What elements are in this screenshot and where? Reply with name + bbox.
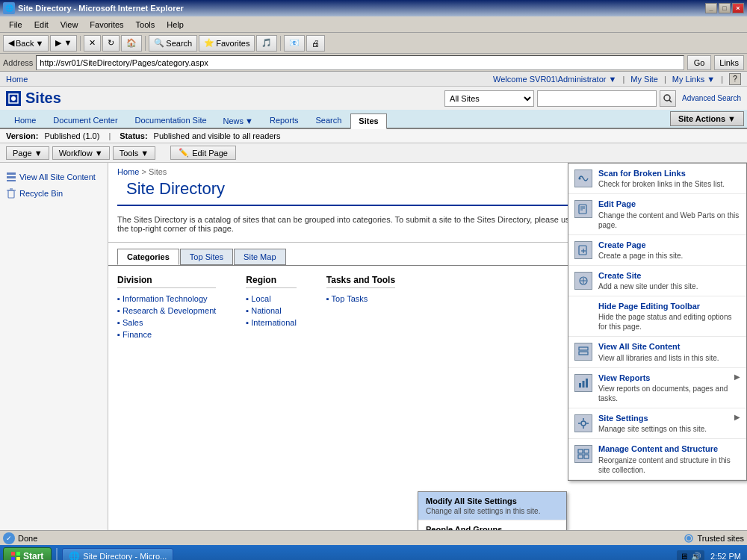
- media-button[interactable]: 🎵: [256, 35, 277, 52]
- svg-rect-31: [578, 449, 583, 453]
- stop-button[interactable]: ✕: [84, 35, 101, 52]
- sa-hide-toolbar[interactable]: Hide Page Editing Toolbar Hide the page …: [568, 296, 746, 337]
- tasks-list: Top Tasks: [326, 293, 395, 305]
- sp-top-bar: Home Welcome SVR01\Administrator ▼ | My …: [0, 72, 747, 87]
- menu-file[interactable]: File: [3, 19, 28, 31]
- sp-nav-news-dropdown[interactable]: News ▼: [216, 114, 261, 128]
- search-button[interactable]: 🔍 Search: [149, 35, 197, 52]
- taskbar-right: 🖥 🔊 2:52 PM: [677, 550, 744, 561]
- list-item[interactable]: International: [246, 317, 297, 329]
- sa-settings-desc: Manage site settings on this site.: [598, 424, 707, 434]
- taskbar-left: Start 🌐 Site Directory - Micro...: [3, 547, 173, 560]
- region-column: Region Local National International: [246, 275, 297, 340]
- list-item[interactable]: Top Tasks: [326, 293, 395, 305]
- sp-sidebar-view-all[interactable]: View All Site Content: [0, 169, 108, 185]
- sp-search-button[interactable]: [660, 90, 676, 107]
- trusted-sites-text: Trusted sites: [697, 534, 744, 543]
- favorites-button[interactable]: ⭐ Favorites: [199, 35, 255, 52]
- menu-help[interactable]: Help: [161, 19, 190, 31]
- list-item[interactable]: Research & Development: [117, 305, 216, 317]
- sp-sidebar-recycle-bin[interactable]: Recycle Bin: [0, 185, 108, 202]
- status-left: ✓ Done: [3, 532, 37, 544]
- sa-view-all-content[interactable]: View All Site Content View all libraries…: [568, 337, 746, 367]
- start-button[interactable]: Start: [3, 547, 52, 560]
- ms-people-groups[interactable]: People And Groups Manage the users and g…: [418, 520, 566, 530]
- go-button[interactable]: Go: [687, 55, 712, 70]
- breadcrumb-home[interactable]: Home: [117, 167, 139, 176]
- sa-view-all-title: View All Site Content: [598, 341, 740, 352]
- sp-my-site-link[interactable]: My Site: [630, 75, 658, 84]
- list-item[interactable]: Finance: [117, 329, 216, 340]
- toolbar-extra[interactable]: 📧: [284, 35, 305, 52]
- tools-dropdown-button[interactable]: Tools ▼: [113, 146, 156, 160]
- menu-favorites[interactable]: Favorites: [84, 19, 129, 31]
- menu-edit[interactable]: Edit: [28, 19, 55, 31]
- sp-home-link[interactable]: Home: [6, 75, 28, 84]
- list-item[interactable]: National: [246, 305, 297, 317]
- taskbar-ie-item[interactable]: 🌐 Site Directory - Micro...: [62, 548, 173, 560]
- list-item[interactable]: Sales: [117, 317, 216, 329]
- site-actions-button[interactable]: Site Actions ▼: [670, 111, 744, 126]
- sp-site-title-text: Sites: [25, 90, 61, 107]
- sa-manage-content[interactable]: Manage Content and Structure Reorganize …: [568, 439, 746, 479]
- edit-page-button[interactable]: ✏️ Edit Page: [170, 146, 236, 160]
- tab-top-sites[interactable]: Top Sites: [180, 249, 233, 265]
- tab-categories[interactable]: Categories: [117, 249, 179, 265]
- tasks-column: Tasks and Tools Top Tasks: [326, 275, 395, 340]
- browser-toolbar: ◀ Back ▼ ▶ ▼ ✕ ↻ 🏠 🔍 Search ⭐ Favorites …: [0, 33, 747, 54]
- manage-content-icon: [574, 445, 592, 463]
- workflow-dropdown-button[interactable]: Workflow ▼: [52, 146, 110, 160]
- sp-my-links-link[interactable]: My Links ▼: [672, 75, 715, 84]
- sp-nav-documentation-site[interactable]: Documentation Site: [127, 113, 215, 128]
- window-controls[interactable]: _ □ ×: [705, 3, 744, 13]
- sp-status-bar: Version: Published (1.0) | Status: Publi…: [0, 129, 747, 143]
- sa-site-settings[interactable]: Site Settings Manage site settings on th…: [568, 408, 746, 439]
- sa-create-page[interactable]: Create Page Create a page in this site.: [568, 235, 746, 266]
- tab-site-map[interactable]: Site Map: [234, 249, 285, 265]
- sp-welcome-link[interactable]: Welcome SVR01\Administrator ▼: [493, 75, 616, 84]
- sa-scan-links[interactable]: Scan for Broken Links Check for broken l…: [568, 164, 746, 194]
- page-dropdown-button[interactable]: Page ▼: [6, 146, 49, 160]
- sp-search-scope[interactable]: All Sites: [444, 90, 534, 107]
- sp-nav-home[interactable]: Home: [6, 113, 44, 128]
- sp-version-value: Published (1.0): [44, 131, 99, 140]
- hide-toolbar-icon: [574, 302, 592, 320]
- list-item[interactable]: Local: [246, 293, 297, 305]
- forward-button[interactable]: ▶ ▼: [50, 35, 77, 52]
- sp-advanced-search-link[interactable]: Advanced Search: [682, 94, 741, 102]
- sa-create-site[interactable]: Create Site Add a new site under this si…: [568, 266, 746, 296]
- status-icon: ✓: [3, 532, 15, 544]
- sa-edit-desc: Change the content and Web Parts on this…: [598, 211, 740, 230]
- links-button[interactable]: Links: [714, 55, 744, 70]
- close-button[interactable]: ×: [732, 3, 744, 13]
- ms-modify-all[interactable]: Modify All Site Settings Change all site…: [418, 492, 566, 520]
- minimize-button[interactable]: _: [705, 3, 717, 13]
- sa-view-reports[interactable]: View Reports View reports on documents, …: [568, 368, 746, 408]
- sp-nav-search[interactable]: Search: [308, 113, 350, 128]
- site-actions-dropdown: Scan for Broken Links Check for broken l…: [568, 163, 747, 481]
- menu-tools[interactable]: Tools: [130, 19, 161, 31]
- address-input[interactable]: [36, 55, 684, 70]
- list-item[interactable]: Information Technology: [117, 293, 216, 305]
- sa-hide-title: Hide Page Editing Toolbar: [598, 301, 740, 311]
- svg-rect-25: [586, 379, 588, 388]
- back-button[interactable]: ◀ Back ▼: [3, 35, 49, 52]
- windows-icon: [11, 552, 20, 560]
- recycle-bin-icon: [6, 188, 16, 199]
- sp-search-input[interactable]: [537, 90, 657, 107]
- trusted-sites-icon: [684, 533, 694, 544]
- home-button[interactable]: 🏠: [121, 35, 142, 52]
- sp-nav-document-center[interactable]: Document Center: [45, 113, 125, 128]
- maximize-button[interactable]: □: [719, 3, 731, 13]
- svg-rect-15: [579, 246, 586, 255]
- sp-nav-sites[interactable]: Sites: [350, 113, 386, 129]
- sp-help-icon[interactable]: ?: [729, 73, 741, 85]
- sa-edit-page[interactable]: Edit Page Change the content and Web Par…: [568, 194, 746, 234]
- sp-nav-reports[interactable]: Reports: [261, 113, 307, 128]
- svg-rect-7: [8, 190, 14, 198]
- menu-view[interactable]: View: [55, 19, 84, 31]
- address-label: Address: [3, 58, 33, 67]
- toolbar-print[interactable]: 🖨: [306, 35, 325, 52]
- taskbar-network-icon: 🖥: [680, 552, 688, 560]
- refresh-button[interactable]: ↻: [102, 35, 120, 52]
